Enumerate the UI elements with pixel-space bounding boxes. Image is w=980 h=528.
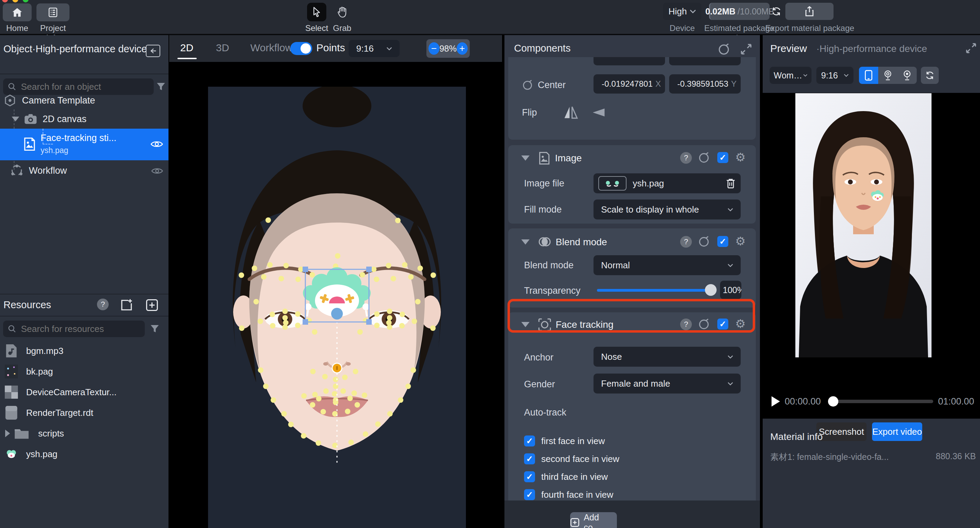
clipped-input-y[interactable] bbox=[669, 57, 741, 65]
new-folder-icon[interactable] bbox=[120, 298, 133, 312]
traffic-light-minimize[interactable] bbox=[13, 0, 18, 2]
blend-help-icon[interactable]: ? bbox=[680, 236, 692, 248]
image-enabled-checkbox[interactable]: ✓ bbox=[717, 152, 728, 163]
transparency-value[interactable]: 100% bbox=[720, 281, 741, 299]
resources-search-input[interactable] bbox=[20, 323, 130, 335]
search-icon bbox=[8, 83, 16, 91]
zoom-in-button[interactable]: + bbox=[457, 42, 468, 55]
canvas-viewport[interactable] bbox=[169, 62, 502, 528]
tree-expander-icon[interactable] bbox=[12, 116, 19, 121]
flip-vertical-icon[interactable] bbox=[592, 105, 606, 120]
resources-help-icon[interactable]: ? bbox=[97, 298, 109, 310]
face-tracking-reset-icon[interactable] bbox=[698, 319, 710, 330]
center-x-input[interactable]: -0.019247801 X bbox=[593, 74, 665, 94]
blend-enabled-checkbox[interactable]: ✓ bbox=[717, 236, 728, 247]
eye-visible-icon[interactable] bbox=[151, 140, 163, 148]
device-quality-dropdown[interactable]: High bbox=[663, 3, 702, 20]
resource-item-bgm[interactable]: bgm.mp3 bbox=[0, 342, 169, 360]
grab-tool-button[interactable] bbox=[334, 4, 350, 20]
reset-all-icon[interactable] bbox=[718, 43, 730, 56]
resources-filter-icon[interactable] bbox=[150, 324, 159, 333]
home-button[interactable] bbox=[3, 3, 32, 21]
tree-item-workflow[interactable]: Workflow bbox=[0, 161, 169, 180]
object-filter-icon[interactable] bbox=[156, 82, 166, 91]
clipped-input-x[interactable] bbox=[593, 57, 665, 65]
face-tracking-help-icon[interactable]: ? bbox=[680, 319, 692, 330]
checkbox-checked[interactable]: ✓ bbox=[524, 489, 535, 500]
image-help-icon[interactable]: ? bbox=[680, 152, 692, 164]
traffic-light-zoom[interactable] bbox=[23, 0, 29, 2]
auto-track-option-2[interactable]: ✓ second face in view bbox=[524, 453, 619, 464]
trash-icon[interactable] bbox=[725, 178, 736, 189]
panel-collapse-icon[interactable] bbox=[146, 45, 160, 57]
checkbox-checked[interactable]: ✓ bbox=[524, 453, 535, 464]
checkbox-checked[interactable]: ✓ bbox=[524, 435, 535, 447]
auto-track-option-1[interactable]: ✓ first face in view bbox=[524, 435, 605, 447]
expand-panel-icon[interactable] bbox=[966, 43, 977, 54]
face-tracking-settings-icon[interactable]: ⚙ bbox=[735, 318, 746, 330]
tree-item-face-tracking-sticker[interactable]: Face-tracking sti... ysh.pag bbox=[0, 129, 169, 160]
seek-bar[interactable] bbox=[830, 400, 933, 403]
package-refresh-button[interactable] bbox=[770, 3, 783, 20]
image-section-title: Image bbox=[555, 153, 582, 164]
components-scroll-area[interactable]: Center -0.019247801 X -0.398591053 Y Fli… bbox=[504, 57, 760, 501]
canvas-ratio-dropdown[interactable]: 9:16 bbox=[349, 40, 399, 57]
project-info-button[interactable] bbox=[37, 3, 70, 21]
chevron-down-icon bbox=[728, 382, 733, 386]
add-component-button[interactable]: Add co... bbox=[570, 512, 617, 528]
export-package-button[interactable] bbox=[785, 3, 834, 20]
resource-item-scripts[interactable]: scripts bbox=[0, 424, 169, 442]
blend-mode-dropdown[interactable]: Normal bbox=[593, 255, 741, 275]
section-expander-icon[interactable] bbox=[521, 155, 530, 161]
tab-2d[interactable]: 2D bbox=[180, 42, 193, 54]
traffic-light-close[interactable] bbox=[2, 0, 8, 2]
image-file-field[interactable]: ysh.pag bbox=[593, 173, 741, 193]
source-device-button[interactable] bbox=[859, 67, 878, 84]
tree-item-2d-canvas[interactable]: 2D canvas bbox=[0, 110, 169, 128]
select-tool-button[interactable] bbox=[307, 3, 326, 21]
checkbox-checked[interactable]: ✓ bbox=[524, 471, 535, 482]
preview-model-dropdown[interactable]: Woman... bbox=[770, 67, 811, 84]
seek-knob[interactable] bbox=[828, 396, 838, 407]
resource-item-render-target[interactable]: RenderTarget.rdt bbox=[0, 404, 169, 422]
image-reset-icon[interactable] bbox=[698, 152, 710, 164]
screenshot-button[interactable]: Screenshot bbox=[816, 423, 867, 441]
gender-dropdown[interactable]: Female and male bbox=[593, 373, 741, 394]
reset-center-icon[interactable] bbox=[522, 80, 533, 91]
blend-reset-icon[interactable] bbox=[698, 236, 710, 248]
add-resource-icon[interactable] bbox=[145, 298, 159, 312]
source-camera-1-button[interactable] bbox=[878, 67, 897, 84]
section-expander-icon[interactable] bbox=[521, 239, 530, 244]
source-camera-2-button[interactable] bbox=[897, 67, 917, 84]
expand-panel-icon[interactable] bbox=[740, 43, 752, 55]
auto-track-option-3[interactable]: ✓ third face in view bbox=[524, 471, 608, 482]
folder-expander-icon[interactable] bbox=[5, 430, 10, 437]
transparency-slider[interactable] bbox=[597, 289, 710, 292]
flip-horizontal-icon[interactable] bbox=[563, 105, 578, 120]
preview-refresh-button[interactable] bbox=[921, 67, 939, 84]
tree-item-camera-template[interactable]: Camera Template bbox=[0, 92, 169, 109]
preview-ratio-dropdown[interactable]: 9:16 bbox=[816, 67, 853, 84]
auto-track-option-4[interactable]: ✓ fourth face in view bbox=[524, 489, 613, 500]
resource-item-bk[interactable]: bk.pag bbox=[0, 362, 169, 380]
eye-visible-icon[interactable] bbox=[151, 167, 163, 175]
face-tracking-enabled-checkbox[interactable]: ✓ bbox=[717, 319, 728, 330]
play-button[interactable] bbox=[770, 396, 781, 407]
anchor-dropdown[interactable]: Nose bbox=[593, 347, 741, 367]
blend-settings-icon[interactable]: ⚙ bbox=[735, 235, 746, 247]
anchor-label: Anchor bbox=[524, 352, 554, 363]
resource-item-device-camera-texture[interactable]: DeviceCameraTextur... bbox=[0, 383, 169, 401]
tab-3d[interactable]: 3D bbox=[216, 42, 229, 54]
image-settings-icon[interactable]: ⚙ bbox=[735, 152, 746, 163]
zoom-out-button[interactable]: − bbox=[428, 42, 439, 55]
transparency-slider-knob[interactable] bbox=[705, 284, 717, 296]
center-y-input[interactable]: -0.398591053 Y bbox=[669, 74, 741, 94]
section-expander-icon[interactable] bbox=[521, 322, 530, 327]
points-toggle[interactable] bbox=[290, 42, 312, 55]
object-search-input[interactable] bbox=[20, 81, 137, 93]
resources-search[interactable] bbox=[3, 321, 145, 337]
resource-item-ysh[interactable]: ysh.pag bbox=[0, 445, 169, 463]
export-video-button[interactable]: Export video bbox=[872, 423, 922, 441]
canvas-artboard[interactable] bbox=[208, 87, 466, 528]
fill-mode-dropdown[interactable]: Scale to display in whole bbox=[593, 199, 741, 219]
